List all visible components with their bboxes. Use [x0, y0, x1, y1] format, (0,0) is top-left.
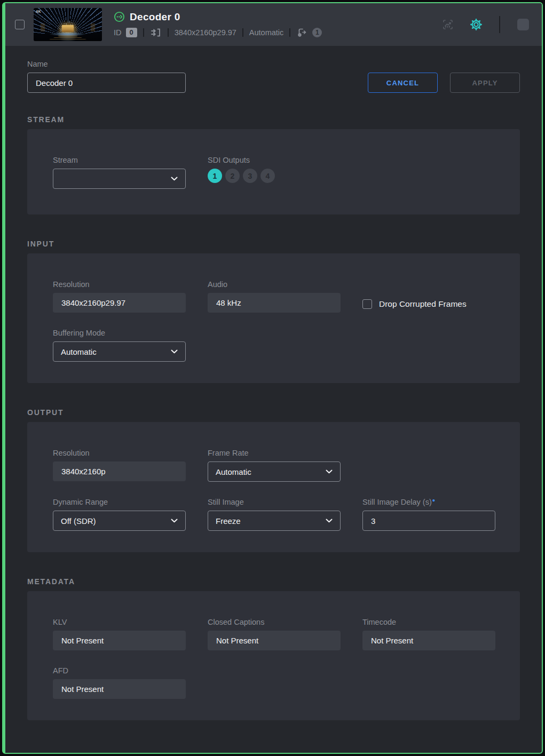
output-resolution-label: Resolution: [53, 449, 186, 457]
gear-icon: [469, 18, 483, 31]
still-image-value: Freeze: [216, 516, 241, 526]
metadata-card: KLV Not Present Closed Captions Not Pres…: [27, 591, 520, 720]
screen: 4K Decoder 0 ID 0: [0, 0, 545, 756]
still-image-label: Still Image: [208, 498, 341, 506]
sdi-output-4[interactable]: 4: [260, 169, 275, 183]
header-actions: [434, 16, 529, 33]
stream-resolution: 3840x2160p29.97: [175, 28, 236, 37]
afd-label: AFD: [53, 666, 186, 675]
divider: [168, 28, 169, 37]
decoder-title: Decoder 0: [130, 11, 180, 23]
still-image-select[interactable]: Freeze: [208, 511, 341, 531]
metadata-section-title: METADATA: [27, 577, 520, 586]
input-resolution-label: Resolution: [53, 280, 186, 289]
apply-button: APPLY: [450, 73, 520, 93]
thumbnail-4k-badge: 4K: [36, 10, 41, 13]
audio-label: Audio: [208, 280, 341, 289]
still-image-delay-input[interactable]: [362, 511, 495, 531]
output-section-title: OUTPUT: [27, 408, 520, 417]
audio-value: 48 kHz: [208, 293, 341, 313]
sdi-output-1[interactable]: 1: [208, 169, 222, 183]
dynamic-range-value: Off (SDR): [61, 516, 96, 526]
afd-value: Not Present: [53, 679, 186, 699]
statistics-button[interactable]: [441, 18, 454, 31]
decoder-title-block: Decoder 0 ID 0 3840x2160p29.97 Automatic: [114, 11, 322, 38]
sdi-outputs-group: 1 2 3 4: [208, 169, 341, 183]
stream-label: Stream: [53, 156, 186, 164]
timecode-label: Timecode: [362, 618, 495, 626]
preview-thumbnail[interactable]: 4K: [34, 8, 102, 41]
settings-button[interactable]: [469, 18, 483, 31]
dynamic-range-label: Dynamic Range: [53, 498, 186, 506]
stream-card: Stream SDI Outputs 1 2 3 4: [27, 129, 520, 214]
drop-corrupted-frames-row: Drop Corrupted Frames: [362, 299, 495, 309]
select-decoder-checkbox[interactable]: [15, 20, 25, 29]
name-label: Name: [27, 60, 186, 68]
output-card: Resolution 3840x2160p Frame Rate Automat…: [27, 422, 520, 552]
decoder-panel: 4K Decoder 0 ID 0: [2, 2, 543, 754]
klv-label: KLV: [53, 618, 186, 626]
still-image-delay-label: Still Image Delay (s)•: [362, 498, 495, 506]
buffering-mode-label: Buffering Mode: [53, 329, 186, 337]
divider: [289, 28, 290, 37]
sdi-output-3[interactable]: 3: [243, 169, 257, 183]
input-source-icon: [150, 27, 162, 38]
sdi-output-2[interactable]: 2: [225, 169, 240, 183]
buffering-mode-select[interactable]: Automatic: [53, 341, 186, 362]
divider: [499, 16, 500, 33]
thumbnail-vignette: [34, 8, 102, 41]
klv-value: Not Present: [53, 631, 186, 650]
chart-icon: [441, 18, 454, 31]
dynamic-range-select[interactable]: Off (SDR): [53, 511, 186, 531]
name-row: Name CANCEL APPLY: [27, 60, 520, 93]
chevron-down-icon: [171, 349, 178, 354]
buffering-mode-value: Automatic: [61, 347, 97, 356]
input-resolution-value: 3840x2160p29.97: [53, 293, 186, 313]
input-card: Resolution 3840x2160p29.97 Audio 48 kHz …: [27, 253, 520, 383]
name-input[interactable]: [27, 73, 186, 93]
decoder-settings-form: Name CANCEL APPLY STREAM Stream: [5, 46, 542, 753]
drop-corrupted-frames-label: Drop Corrupted Frames: [379, 299, 467, 309]
drop-corrupted-frames-checkbox[interactable]: [362, 299, 372, 309]
timecode-value: Not Present: [362, 631, 495, 650]
decoder-meta-row: ID 0 3840x2160p29.97 Automatic: [114, 27, 322, 38]
id-label: ID: [114, 28, 122, 37]
streaming-status-icon: [114, 11, 125, 22]
chevron-down-icon: [326, 519, 333, 523]
input-section-title: INPUT: [27, 240, 520, 248]
chevron-down-icon: [171, 177, 178, 181]
sdi-outputs-label: SDI Outputs: [208, 156, 341, 164]
closed-captions-value: Not Present: [208, 631, 341, 650]
stop-button[interactable]: [517, 19, 529, 30]
chevron-down-icon: [326, 469, 333, 474]
divider: [242, 28, 243, 37]
stream-mode: Automatic: [249, 28, 283, 37]
stream-select[interactable]: [53, 169, 186, 189]
decoder-header: 4K Decoder 0 ID 0: [5, 3, 542, 46]
frame-rate-value: Automatic: [216, 467, 251, 476]
id-badge: 0: [126, 28, 137, 37]
frame-rate-select[interactable]: Automatic: [208, 461, 341, 482]
output-routing-icon: [296, 27, 308, 38]
stream-section-title: STREAM: [27, 115, 520, 124]
output-count-badge: 1: [312, 28, 322, 37]
frame-rate-label: Frame Rate: [208, 449, 341, 457]
divider: [143, 28, 144, 37]
cancel-button[interactable]: CANCEL: [368, 73, 438, 93]
closed-captions-label: Closed Captions: [208, 618, 341, 626]
chevron-down-icon: [171, 519, 178, 523]
output-resolution-value: 3840x2160p: [53, 461, 186, 481]
required-marker: •: [432, 496, 435, 505]
